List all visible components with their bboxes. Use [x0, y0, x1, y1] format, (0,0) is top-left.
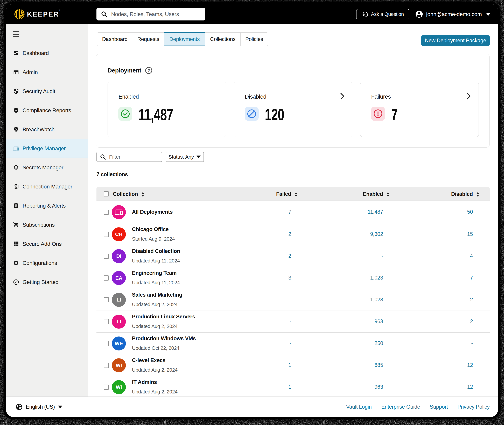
svg-text:?: ? [148, 68, 150, 73]
